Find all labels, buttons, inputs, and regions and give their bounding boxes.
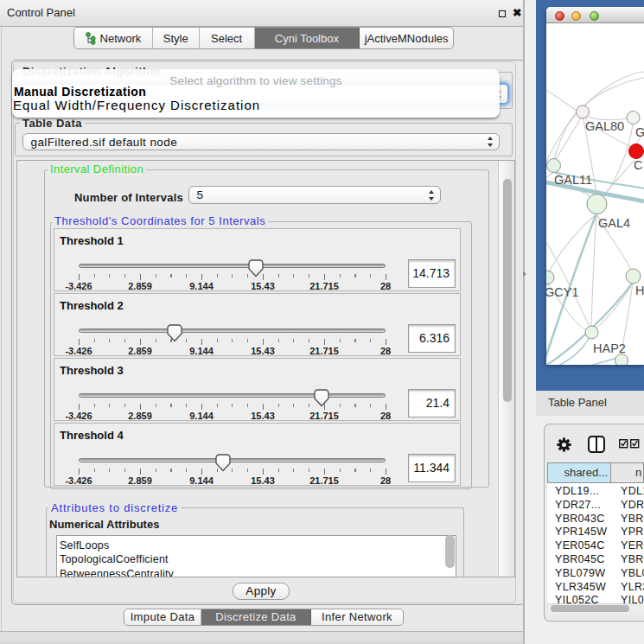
svg-text:GA: GA [635,125,644,139]
svg-text:H: H [635,284,644,297]
svg-text:C: C [634,158,642,172]
svg-text:GCY1: GCY1 [546,285,579,299]
svg-text:GAL11: GAL11 [554,173,592,187]
svg-text:HAP2: HAP2 [593,341,626,355]
svg-text:GAL80: GAL80 [585,119,624,133]
svg-text:GAL4: GAL4 [598,216,630,230]
